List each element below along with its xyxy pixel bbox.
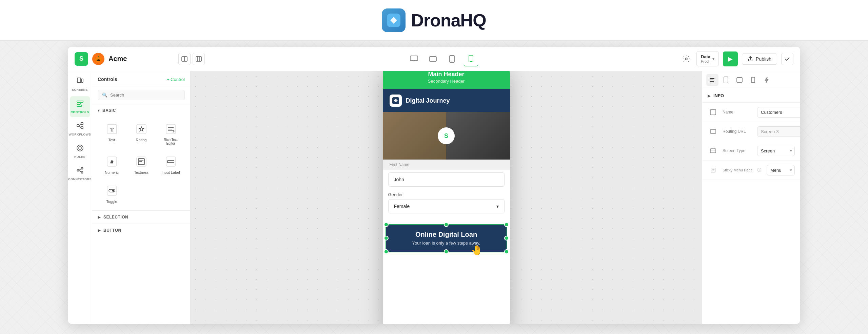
phone-form-area: First Name John Gender Female ▾ — [383, 160, 510, 213]
sidebar-item-controls[interactable]: CONTROLS — [70, 96, 90, 117]
selected-element-overlay[interactable]: Online Digital Loan Your loan is only a … — [386, 224, 507, 252]
handle-top-right[interactable] — [504, 222, 509, 227]
svg-rect-58 — [724, 77, 728, 83]
editor-body: SCREENS CONTROLS — [68, 71, 800, 324]
connectors-label: CONNECTORS — [68, 178, 92, 181]
svg-rect-59 — [737, 78, 742, 82]
text-label: Text — [108, 138, 115, 142]
svg-point-15 — [685, 58, 687, 60]
text-icon: T — [105, 122, 119, 136]
svg-rect-36 — [137, 124, 146, 134]
chevron-down-icon: ▾ — [496, 204, 499, 209]
control-item-rich-text[interactable]: Rich Text Editor — [157, 118, 185, 149]
desktop-device-btn[interactable] — [407, 51, 421, 66]
layout-full-btn[interactable] — [193, 53, 205, 65]
chevron-basic-icon: ▾ — [98, 108, 100, 113]
search-input[interactable] — [110, 92, 180, 98]
handle-bottom-middle[interactable] — [444, 249, 449, 254]
property-name-row: Name — [702, 103, 800, 122]
toggle-icon — [105, 184, 119, 197]
lightning-tab[interactable] — [761, 74, 773, 86]
svg-rect-17 — [77, 78, 81, 83]
screen-type-select[interactable]: Screen Modal Drawer — [757, 146, 795, 156]
workflows-label: WORKFLOWS — [69, 133, 91, 136]
sidebar-item-connectors[interactable]: CONNECTORS — [70, 163, 90, 184]
play-button[interactable]: ▶ — [723, 51, 738, 66]
phone-tab[interactable] — [720, 74, 732, 86]
svg-text:T: T — [110, 127, 114, 132]
settings-button[interactable] — [680, 53, 692, 65]
control-item-text[interactable]: T Text — [98, 118, 126, 149]
routing-prop-icon — [708, 126, 718, 137]
tablet-portrait-btn[interactable] — [445, 51, 459, 66]
app-emoji-icon: 🎃 — [92, 53, 104, 65]
logo-container: DronaHQ — [382, 8, 486, 32]
sidebar-item-rules[interactable]: RULES — [70, 141, 90, 162]
input-label-label: Input Label — [161, 170, 180, 174]
info-toggle[interactable]: ▶ INFO — [708, 93, 795, 98]
rich-text-icon — [164, 122, 178, 136]
rating-icon — [135, 122, 148, 136]
mobile-device-btn[interactable] — [463, 51, 478, 66]
sticky-menu-label: Sticky Menu Page — [723, 168, 753, 172]
device-selector — [210, 51, 675, 66]
handle-top-middle[interactable] — [444, 222, 449, 227]
svg-rect-13 — [469, 55, 473, 62]
chevron-selection-icon: ▶ — [98, 215, 101, 220]
right-sidebar: ▶ INFO Name — [702, 71, 800, 324]
handle-bottom-left[interactable] — [384, 249, 389, 254]
phone-tab-2[interactable] — [747, 74, 759, 86]
controls-icon — [76, 100, 84, 109]
handle-top-left[interactable] — [384, 222, 389, 227]
control-item-input-label[interactable]: Input Label — [157, 151, 185, 179]
right-sidebar-content: ▶ INFO Name — [702, 89, 800, 324]
controls-grid-basic: T Text Rating — [92, 116, 190, 210]
handle-middle-right[interactable] — [504, 236, 509, 241]
numeric-label: Numeric — [105, 170, 119, 174]
svg-line-25 — [79, 124, 81, 126]
sidebar-item-screens[interactable]: SCREENS — [70, 74, 90, 95]
svg-line-26 — [79, 126, 81, 128]
form-divider: First Name — [383, 160, 510, 170]
sticky-menu-select[interactable]: Menu None Custom — [767, 165, 795, 175]
control-item-rating[interactable]: Rating — [127, 118, 155, 149]
svg-point-30 — [81, 168, 83, 169]
properties-tab[interactable] — [706, 74, 718, 86]
name-input[interactable] — [757, 107, 800, 118]
svg-rect-51 — [107, 186, 117, 195]
handle-bottom-right[interactable] — [504, 249, 509, 254]
phone-secondary-header: Secondary Header — [390, 79, 503, 84]
control-item-textarea[interactable]: Textarea — [127, 151, 155, 179]
screen-type-select-wrapper: Screen Modal Drawer ▾ — [757, 146, 795, 156]
input-label-icon — [164, 155, 178, 168]
search-input-wrapper[interactable]: 🔍 — [98, 90, 185, 100]
tablet-tab[interactable] — [733, 74, 746, 86]
svg-text:#: # — [110, 159, 113, 165]
info-label: INFO — [713, 93, 724, 98]
section-basic-header[interactable]: ▾ BASIC — [92, 104, 190, 116]
phone-digital-journey: Digital Journey — [383, 89, 510, 112]
name-prop-icon — [708, 107, 718, 118]
gender-select[interactable]: Female ▾ — [388, 199, 505, 213]
section-selection-header[interactable]: ▶ SELECTION — [92, 210, 190, 224]
info-section[interactable]: ▶ INFO — [702, 89, 800, 103]
publish-label: Publish — [756, 56, 771, 62]
handle-middle-left[interactable] — [384, 236, 389, 241]
tablet-landscape-btn[interactable] — [426, 51, 440, 66]
check-button[interactable] — [781, 53, 793, 65]
screens-icon — [76, 77, 84, 87]
sidebar-item-workflows[interactable]: WORKFLOWS — [70, 119, 90, 140]
control-item-numeric[interactable]: # Numeric — [98, 151, 126, 179]
first-name-field[interactable]: John — [388, 172, 505, 187]
layout-split-btn[interactable] — [178, 53, 191, 65]
app-icon: S — [75, 52, 88, 66]
publish-button[interactable]: Publish — [742, 53, 777, 65]
svg-rect-19 — [77, 101, 83, 102]
controls-title: Controls — [98, 77, 117, 82]
add-control-button[interactable]: + Control — [167, 77, 185, 82]
data-prod-button[interactable]: Data Prod ▾ — [696, 51, 719, 66]
section-button-header[interactable]: ▶ BUTTON — [92, 224, 190, 237]
control-item-toggle[interactable]: Toggle — [98, 180, 126, 208]
textarea-label: Textarea — [134, 170, 148, 174]
numeric-icon: # — [105, 155, 119, 168]
